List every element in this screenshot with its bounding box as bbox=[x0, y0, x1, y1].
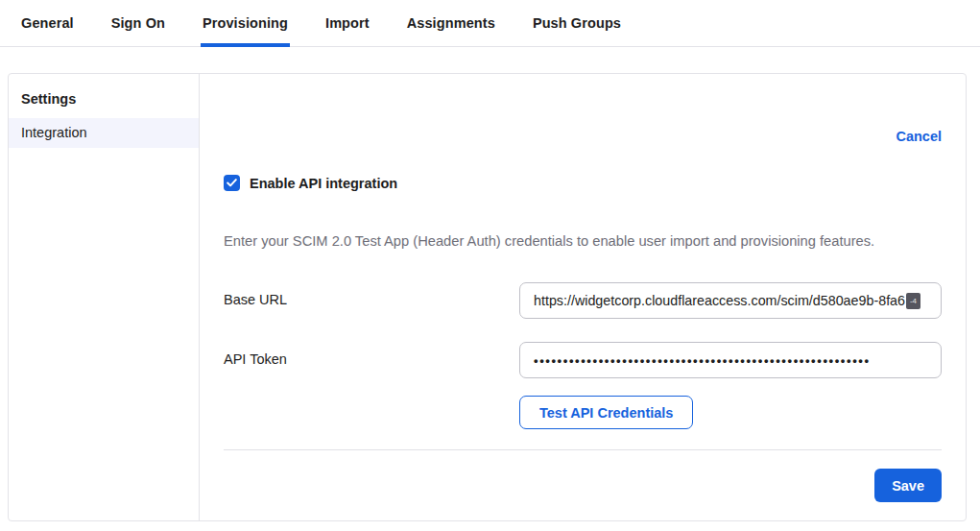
sidebar-item-integration[interactable]: Integration bbox=[9, 118, 199, 148]
test-api-credentials-button[interactable]: Test API Credentials bbox=[519, 396, 693, 429]
checkmark-icon bbox=[227, 179, 237, 187]
test-credentials-row: Test API Credentials bbox=[519, 396, 942, 429]
base-url-label: Base URL bbox=[224, 282, 519, 319]
enable-api-row: Enable API integration bbox=[224, 175, 942, 191]
tab-push-groups[interactable]: Push Groups bbox=[531, 15, 623, 47]
tab-general[interactable]: General bbox=[19, 15, 76, 47]
tab-assignments[interactable]: Assignments bbox=[405, 15, 497, 47]
tab-sign-on[interactable]: Sign On bbox=[109, 15, 167, 47]
cancel-row: Cancel bbox=[224, 128, 942, 145]
save-row: Save bbox=[224, 469, 942, 502]
provisioning-panel: Settings Integration Cancel Enable API i… bbox=[8, 73, 967, 521]
api-token-row: API Token ••••••••••••••••••••••••••••••… bbox=[224, 342, 942, 378]
app-tab-bar: General Sign On Provisioning Import Assi… bbox=[0, 0, 980, 47]
cancel-link[interactable]: Cancel bbox=[896, 129, 942, 144]
sidebar-heading: Settings bbox=[9, 83, 199, 118]
enable-api-checkbox[interactable] bbox=[224, 175, 240, 191]
enable-api-label: Enable API integration bbox=[250, 176, 397, 191]
integration-form: Cancel Enable API integration Enter your… bbox=[200, 74, 966, 520]
credentials-description: Enter your SCIM 2.0 Test App (Header Aut… bbox=[224, 233, 942, 249]
tab-provisioning[interactable]: Provisioning bbox=[201, 15, 290, 47]
tab-import[interactable]: Import bbox=[323, 15, 371, 47]
base-url-value: https://widgetcorp.cloudflareaccess.com/… bbox=[534, 293, 905, 308]
footer-divider bbox=[224, 449, 942, 450]
base-url-row: Base URL https://widgetcorp.cloudflareac… bbox=[224, 282, 942, 319]
text-selection-block: -4 bbox=[906, 293, 920, 309]
base-url-input[interactable]: https://widgetcorp.cloudflareaccess.com/… bbox=[519, 282, 942, 319]
api-token-input[interactable]: ••••••••••••••••••••••••••••••••••••••••… bbox=[519, 342, 942, 378]
api-token-label: API Token bbox=[224, 342, 519, 378]
save-button[interactable]: Save bbox=[874, 469, 942, 502]
api-token-masked-value: ••••••••••••••••••••••••••••••••••••••••… bbox=[534, 353, 871, 368]
settings-sidebar: Settings Integration bbox=[9, 74, 200, 520]
